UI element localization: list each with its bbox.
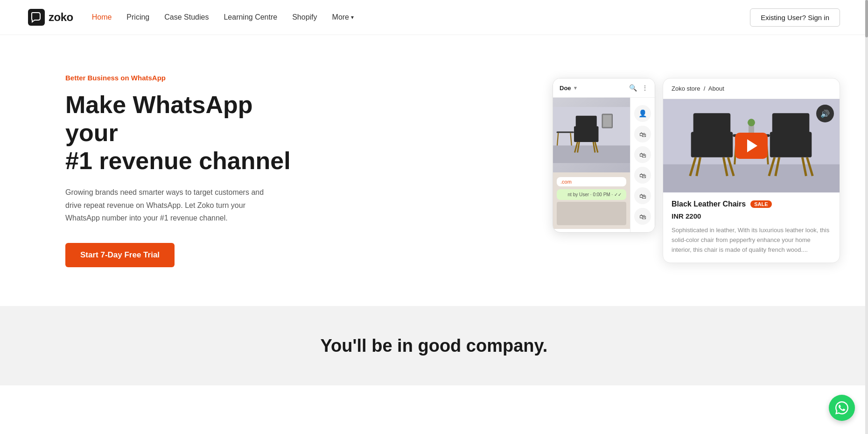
nav-links: Home Pricing Case Studies Learning Centr… bbox=[92, 13, 354, 21]
chat-header-icons: 🔍 ⋮ bbox=[629, 84, 648, 92]
company-section: You'll be in good company. bbox=[0, 306, 868, 385]
chevron-down-icon: ▾ bbox=[574, 85, 577, 91]
chat-message-text: nt by User · 0:00 PM · ✓✓ bbox=[568, 192, 622, 197]
user-icon[interactable]: 👤 bbox=[634, 105, 651, 122]
nav-item-case-studies[interactable]: Case Studies bbox=[164, 13, 209, 21]
chat-input-placeholder bbox=[557, 202, 626, 225]
nav-link-home[interactable]: Home bbox=[92, 13, 112, 21]
bag-icon-5[interactable]: 🛍 bbox=[634, 208, 651, 225]
nav-link-shopify[interactable]: Shopify bbox=[292, 13, 317, 21]
navbar-left: zoko Home Pricing Case Studies Learning … bbox=[28, 9, 354, 26]
bag-icon-2[interactable]: 🛍 bbox=[634, 146, 651, 163]
nav-item-more[interactable]: More ▾ bbox=[332, 13, 354, 21]
logo-link[interactable]: zoko bbox=[28, 9, 73, 26]
product-price: INR 2200 bbox=[672, 212, 831, 220]
nav-item-shopify[interactable]: Shopify bbox=[292, 13, 317, 21]
scrollbar-thumb[interactable] bbox=[865, 0, 868, 37]
product-title: Black Leather Chairs bbox=[672, 200, 746, 208]
nav-item-home[interactable]: Home bbox=[92, 13, 112, 21]
svg-rect-10 bbox=[557, 132, 574, 133]
hero-tagline: Better Business on WhatsApp bbox=[65, 74, 308, 82]
scrollbar[interactable] bbox=[865, 0, 868, 385]
chat-message-bubble: nt by User · 0:00 PM · ✓✓ bbox=[557, 189, 626, 200]
product-image-area: 🔊 bbox=[663, 99, 840, 192]
product-title-row: Black Leather Chairs SALE bbox=[672, 200, 831, 208]
nav-more-dropdown[interactable]: More ▾ bbox=[332, 13, 354, 21]
navbar: zoko Home Pricing Case Studies Learning … bbox=[0, 0, 868, 35]
hero-section: Better Business on WhatsApp Make WhatsAp… bbox=[0, 35, 868, 306]
sign-in-button[interactable]: Existing User? Sign in bbox=[750, 8, 840, 27]
svg-rect-4 bbox=[574, 127, 599, 142]
chat-contact-name: Doe ▾ bbox=[560, 85, 577, 92]
hero-title-line1: Make WhatsApp your bbox=[65, 91, 253, 146]
speaker-icon: 🔊 bbox=[820, 109, 830, 118]
company-title: You'll be in good company. bbox=[321, 336, 548, 356]
logo-icon bbox=[28, 9, 45, 26]
sale-badge: SALE bbox=[750, 200, 771, 208]
svg-rect-5 bbox=[576, 116, 597, 128]
chat-body: .com nt by User · 0:00 PM · ✓✓ bbox=[553, 98, 630, 232]
svg-rect-3 bbox=[553, 146, 630, 164]
nav-item-learning-centre[interactable]: Learning Centre bbox=[224, 13, 277, 21]
svg-rect-17 bbox=[663, 164, 840, 192]
svg-rect-14 bbox=[603, 115, 611, 128]
svg-point-34 bbox=[748, 119, 755, 127]
product-info: Black Leather Chairs SALE INR 2200 Sophi… bbox=[663, 192, 840, 262]
nav-link-more[interactable]: More bbox=[332, 13, 349, 21]
chat-header: Doe ▾ 🔍 ⋮ bbox=[553, 78, 655, 98]
chat-chair-image bbox=[553, 98, 630, 172]
breadcrumb-separator: / bbox=[704, 85, 706, 92]
bag-icon-4[interactable]: 🛍 bbox=[634, 187, 651, 204]
chat-url-bubble: .com bbox=[557, 177, 626, 186]
svg-rect-19 bbox=[693, 114, 731, 135]
more-options-icon[interactable]: ⋮ bbox=[642, 84, 648, 92]
svg-rect-25 bbox=[772, 114, 810, 135]
product-description: Sophisticated in leather, With its luxur… bbox=[672, 226, 831, 255]
chevron-down-icon: ▾ bbox=[351, 14, 354, 21]
side-icons: 👤 🛍 🛍 🛍 🛍 🛍 bbox=[630, 98, 655, 232]
chat-mockup: Doe ▾ 🔍 ⋮ bbox=[553, 78, 655, 233]
bag-icon-1[interactable]: 🛍 bbox=[634, 126, 651, 142]
nav-link-pricing[interactable]: Pricing bbox=[126, 13, 149, 21]
product-card: Zoko store / About bbox=[663, 78, 840, 263]
play-button[interactable] bbox=[735, 133, 768, 159]
chat-body-area: .com nt by User · 0:00 PM · ✓✓ 👤 🛍 🛍 🛍 bbox=[553, 98, 655, 232]
nav-item-pricing[interactable]: Pricing bbox=[126, 13, 149, 21]
logo-text: zoko bbox=[49, 11, 73, 24]
search-icon[interactable]: 🔍 bbox=[629, 84, 637, 92]
hero-description: Growing brands need smarter ways to targ… bbox=[65, 186, 280, 224]
hero-mockup: Doe ▾ 🔍 ⋮ bbox=[553, 78, 840, 263]
hero-title: Make WhatsApp your #1 revenue channel bbox=[65, 91, 308, 175]
hero-content: Better Business on WhatsApp Make WhatsAp… bbox=[65, 74, 308, 267]
nav-link-case-studies[interactable]: Case Studies bbox=[164, 13, 209, 21]
trial-button[interactable]: Start 7-Day Free Trial bbox=[65, 243, 175, 267]
hero-title-line2: #1 revenue channel bbox=[65, 147, 291, 174]
svg-rect-18 bbox=[691, 132, 733, 157]
product-breadcrumb: Zoko store / About bbox=[663, 78, 840, 99]
breadcrumb-store: Zoko store bbox=[672, 85, 700, 92]
nav-link-learning-centre[interactable]: Learning Centre bbox=[224, 13, 277, 21]
svg-rect-24 bbox=[770, 132, 812, 157]
breadcrumb-page: About bbox=[708, 85, 724, 92]
bag-icon-3[interactable]: 🛍 bbox=[634, 167, 651, 184]
chat-name-text: Doe bbox=[560, 85, 571, 92]
chair-svg bbox=[553, 98, 630, 172]
chat-url-text: .com bbox=[560, 179, 572, 185]
